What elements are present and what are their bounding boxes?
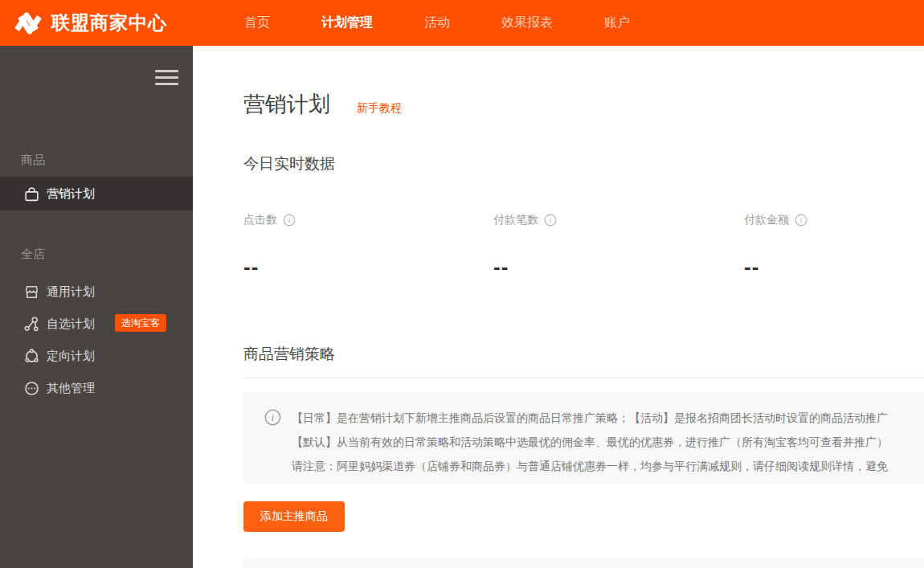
share-nodes-icon [23,316,40,333]
notice-line: 【默认】从当前有效的日常策略和活动策略中选最优的佣金率、最优的优惠券，进行推广（… [292,430,888,454]
nav-reports[interactable]: 效果报表 [501,14,553,31]
add-main-product-button[interactable]: 添加主推商品 [243,501,345,532]
nav-account[interactable]: 账户 [604,14,630,31]
alimama-logo-icon [11,10,45,37]
sidebar-item-self-select-plan[interactable]: 自选计划 选淘宝客 [0,307,193,341]
info-icon: i [264,409,281,426]
brand[interactable]: 联盟商家中心 [11,0,167,46]
stat-clicks: 点击数 i -- [243,213,484,227]
notice-line: 请注意：阿里妈妈渠道券（店铺券和商品券）与普通店铺优惠券一样，均参与平行满减规则… [292,454,888,478]
main-content: 营销计划 新手教程 今日实时数据 点击数 i -- 付款笔数 i -- 付款金额 [193,46,924,568]
stat-value: -- [243,255,259,280]
shopping-bag-icon [23,186,40,202]
sidebar-item-other-management[interactable]: 其他管理 [0,371,193,405]
sidebar-item-targeted-plan[interactable]: 定向计划 [0,339,193,373]
info-icon[interactable]: i [544,214,557,227]
brand-title: 联盟商家中心 [51,10,167,35]
page-title: 营销计划 [243,90,330,119]
sidebar-item-label: 自选计划 [47,317,95,332]
today-data-section-title: 今日实时数据 [243,153,335,174]
stat-value: -- [493,255,509,280]
stat-paid-orders: 付款笔数 i -- [493,213,734,227]
tutorial-link[interactable]: 新手教程 [357,101,402,116]
storefront-icon [23,284,40,300]
nav-activities[interactable]: 活动 [424,14,450,31]
more-circle-icon [23,380,40,397]
info-icon[interactable]: i [795,214,807,227]
sidebar-item-label: 定向计划 [47,349,95,364]
stat-label: 付款笔数 [493,213,538,227]
info-icon[interactable]: i [283,214,296,227]
target-nodes-icon [23,348,40,365]
stat-value: -- [744,255,759,280]
sidebar: 商品 营销计划 全店 通用计划 [0,46,193,568]
notice-text: 【日常】是在营销计划下新增主推商品后设置的商品日常推广策略；【活动】是报名招商团… [292,406,888,478]
table-header-block [243,558,924,568]
sidebar-group-whole-store: 全店 [21,247,45,262]
svg-text:i: i [288,216,291,224]
taoke-badge: 选淘宝客 [115,314,166,332]
sidebar-item-general-plan[interactable]: 通用计划 [0,275,193,309]
section-divider [243,378,924,378]
app-header: 联盟商家中心 首页 计划管理 活动 效果报表 账户 [0,0,924,46]
sidebar-item-label: 通用计划 [47,284,95,300]
top-nav: 首页 计划管理 活动 效果报表 账户 [244,0,681,46]
page-title-row: 营销计划 新手教程 [243,90,402,119]
sidebar-item-label: 其他管理 [47,381,95,396]
stat-label: 点击数 [243,213,277,227]
notice-banner: i 【日常】是在营销计划下新增主推商品后设置的商品日常推广策略；【活动】是报名招… [243,392,924,484]
nav-home[interactable]: 首页 [244,14,270,31]
nav-plan-management[interactable]: 计划管理 [321,14,373,31]
sidebar-item-label: 营销计划 [47,186,95,202]
svg-text:i: i [272,412,274,423]
notice-line: 【日常】是在营销计划下新增主推商品后设置的商品日常推广策略；【活动】是报名招商团… [292,406,888,430]
svg-text:i: i [550,216,552,224]
svg-text:i: i [800,216,803,224]
stat-label: 付款金额 [744,213,789,227]
sidebar-group-goods: 商品 [21,153,45,168]
stat-paid-amount: 付款金额 i -- [744,213,924,227]
hamburger-icon[interactable] [155,70,178,85]
sidebar-item-marketing-plan[interactable]: 营销计划 [0,177,193,210]
strategy-section-title: 商品营销策略 [243,344,335,365]
